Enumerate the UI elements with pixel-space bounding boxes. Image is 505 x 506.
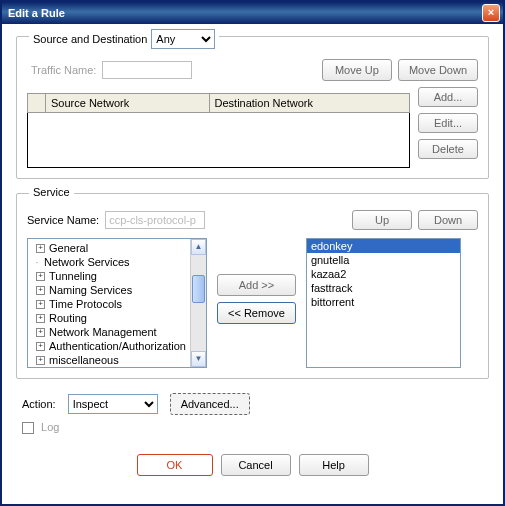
- expand-icon[interactable]: +: [36, 328, 45, 337]
- tree-leaf-icon: ·: [30, 256, 44, 268]
- tree-item: +Routing: [28, 311, 206, 325]
- list-item[interactable]: fasttrack: [307, 281, 460, 295]
- expand-icon[interactable]: +: [36, 356, 45, 365]
- titlebar: Edit a Rule ×: [2, 2, 503, 24]
- dialog-edit-rule: Edit a Rule × Source and Destination Any…: [0, 0, 505, 506]
- help-button[interactable]: Help: [299, 454, 369, 476]
- service-tree[interactable]: +General ·Network Services +Tunneling +N…: [27, 238, 207, 368]
- network-table-body[interactable]: [27, 113, 410, 168]
- action-label: Action:: [22, 398, 56, 410]
- list-item[interactable]: kazaa2: [307, 267, 460, 281]
- expand-icon[interactable]: +: [36, 314, 45, 323]
- log-checkbox[interactable]: [22, 422, 34, 434]
- add-network-button[interactable]: Add...: [418, 87, 478, 107]
- move-up-button[interactable]: Move Up: [322, 59, 392, 81]
- add-service-button[interactable]: Add >>: [217, 274, 296, 296]
- action-select[interactable]: Inspect: [68, 394, 158, 414]
- delete-network-button[interactable]: Delete: [418, 139, 478, 159]
- action-row: Action: Inspect Advanced...: [22, 393, 489, 415]
- remove-service-button[interactable]: << Remove: [217, 302, 296, 324]
- close-icon[interactable]: ×: [482, 4, 500, 22]
- legend-service: Service: [29, 186, 74, 198]
- service-name-input: [105, 211, 205, 229]
- scroll-up-icon[interactable]: ▲: [191, 239, 206, 255]
- tree-item: ·Applications: [28, 367, 206, 368]
- tree-item: +Naming Services: [28, 283, 206, 297]
- group-service: Service Service Name: Up Down +General ·…: [16, 193, 489, 379]
- cancel-button[interactable]: Cancel: [221, 454, 291, 476]
- tree-item: +Authentication/Authorization: [28, 339, 206, 353]
- tree-item: +Network Management: [28, 325, 206, 339]
- selected-services-list[interactable]: edonkey gnutella kazaa2 fasttrack bittor…: [306, 238, 461, 368]
- tree-item: +miscellaneous: [28, 353, 206, 367]
- edit-network-button[interactable]: Edit...: [418, 113, 478, 133]
- list-item[interactable]: gnutella: [307, 253, 460, 267]
- traffic-name-input[interactable]: [102, 61, 192, 79]
- ok-button[interactable]: OK: [137, 454, 213, 476]
- log-label: Log: [41, 421, 59, 433]
- source-dest-select[interactable]: Any: [151, 29, 215, 49]
- tree-item: ·Network Services: [28, 255, 206, 269]
- service-name-label: Service Name:: [27, 214, 99, 226]
- legend-label: Source and Destination: [33, 33, 147, 45]
- legend-source-destination: Source and Destination Any: [29, 29, 219, 49]
- expand-icon[interactable]: +: [36, 342, 45, 351]
- service-down-button[interactable]: Down: [418, 210, 478, 230]
- traffic-name-label: Traffic Name:: [31, 64, 96, 76]
- tree-item: +Tunneling: [28, 269, 206, 283]
- service-up-button[interactable]: Up: [352, 210, 412, 230]
- move-down-button[interactable]: Move Down: [398, 59, 478, 81]
- list-item[interactable]: bittorrent: [307, 295, 460, 309]
- tree-scrollbar[interactable]: ▲ ▼: [190, 239, 206, 367]
- expand-icon[interactable]: +: [36, 286, 45, 295]
- group-source-destination: Source and Destination Any Traffic Name:…: [16, 36, 489, 179]
- expand-icon[interactable]: +: [36, 300, 45, 309]
- tree-item: +Time Protocols: [28, 297, 206, 311]
- scroll-down-icon[interactable]: ▼: [191, 351, 206, 367]
- dialog-buttons: OK Cancel Help: [16, 454, 489, 476]
- advanced-button[interactable]: Advanced...: [170, 393, 250, 415]
- scroll-thumb[interactable]: [192, 275, 205, 303]
- window-title: Edit a Rule: [8, 7, 65, 19]
- col-blank: [28, 94, 46, 113]
- col-source[interactable]: Source Network: [46, 94, 210, 113]
- log-row: Log: [22, 421, 489, 434]
- network-table: Source Network Destination Network: [27, 93, 410, 113]
- list-item[interactable]: edonkey: [307, 239, 460, 253]
- expand-icon[interactable]: +: [36, 272, 45, 281]
- col-dest[interactable]: Destination Network: [209, 94, 409, 113]
- expand-icon[interactable]: +: [36, 244, 45, 253]
- tree-item: +General: [28, 241, 206, 255]
